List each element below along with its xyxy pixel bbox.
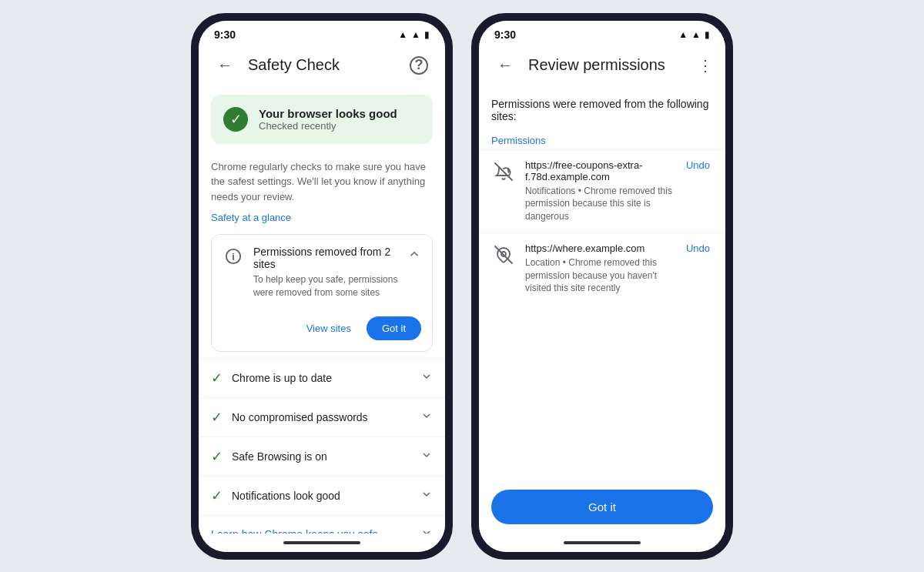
learn-more-row[interactable]: Learn how Chrome keeps you safe [199,515,445,534]
chevron-down-icon-safebrowsing [420,449,433,464]
site-url-1: https://free-coupons-extra-f.78d.example… [525,159,674,182]
got-it-button-1[interactable]: Got it [367,316,421,340]
help-button[interactable]: ? [405,52,433,79]
check-icon-safebrowsing: ✓ [211,448,223,465]
site-info-1: https://free-coupons-extra-f.78d.example… [525,159,674,223]
back-arrow-icon-2: ← [497,56,513,74]
permissions-section-label: Permissions [479,129,725,149]
phone-review-permissions: 9:30 ▲ ▲ ▮ ← Review permissions ⋮ Permis… [471,13,733,560]
status-time-1: 9:30 [214,28,236,41]
permissions-section: i Permissions removed from 2 sites To he… [211,234,433,352]
status-time-2: 9:30 [494,28,516,41]
page-title-1: Safety Check [248,56,396,74]
perm-text: Permissions removed from 2 sites To help… [253,246,398,299]
status-card: ✓ Your browser looks good Checked recent… [211,95,433,144]
back-arrow-icon: ← [217,56,233,74]
chevron-down-icon-learn [420,527,433,534]
three-dots-icon[interactable]: ⋮ [698,56,713,75]
status-icons-1: ▲ ▲ ▮ [398,29,430,40]
view-sites-button[interactable]: View sites [300,318,357,339]
home-bar-1 [199,534,445,552]
wifi-icon: ▲ [398,29,407,40]
site-item-1: https://free-coupons-extra-f.78d.example… [479,149,725,232]
check-row-safebrowsing[interactable]: ✓ Safe Browsing is on [199,437,445,476]
site-item-2: https://where.example.com Location • Chr… [479,232,725,304]
status-icons-2: ▲ ▲ ▮ [678,29,710,40]
status-heading: Your browser looks good [259,107,397,120]
status-subtext: Checked recently [259,120,397,132]
wifi-icon-2: ▲ [678,29,688,40]
undo-button-1[interactable]: Undo [683,159,713,171]
chevron-down-icon-chrome [420,370,433,386]
page-title-2: Review permissions [528,56,688,74]
site-detail-2: Location • Chrome removed this permissio… [525,256,674,295]
learn-more-link: Learn how Chrome keeps you safe [211,528,411,534]
review-description: Permissions were removed from the follow… [479,85,725,129]
phone-safety-check: 9:30 ▲ ▲ ▮ ← Safety Check ? ✓ [191,13,453,560]
site-url-2: https://where.example.com [525,243,674,254]
chevron-down-icon-notifications [420,488,433,503]
status-bar-1: 9:30 ▲ ▲ ▮ [199,21,445,45]
check-label-safebrowsing: Safe Browsing is on [232,450,411,463]
bell-off-icon [491,159,516,184]
check-icon-notifications: ✓ [211,487,223,504]
home-bar-2 [479,534,725,552]
review-header: ← Review permissions ⋮ [479,45,725,85]
status-card-text: Your browser looks good Checked recently [259,107,397,132]
undo-button-2[interactable]: Undo [683,243,713,254]
home-indicator-1 [283,541,360,544]
bottom-action: Got it [479,480,725,534]
chevron-up-icon [407,246,421,265]
check-icon-chrome: ✓ [211,370,223,386]
safety-link[interactable]: Safety at a glance [199,207,445,234]
got-it-button-2[interactable]: Got it [491,490,713,524]
perm-detail: To help keep you safe, permissions were … [253,273,398,299]
signal-icon-2: ▲ [691,29,701,40]
svg-text:i: i [232,251,235,263]
status-bar-2: 9:30 ▲ ▲ ▮ [479,21,725,45]
check-circle: ✓ [223,107,248,132]
check-row-chrome[interactable]: ✓ Chrome is up to date [199,358,445,397]
home-indicator-2 [564,541,641,544]
screen-content-1: ✓ Your browser looks good Checked recent… [199,85,445,534]
check-label-notifications: Notifications look good [232,490,411,502]
check-icon-passwords: ✓ [211,409,223,426]
back-button-2[interactable]: ← [491,52,519,79]
site-detail-1: Notifications • Chrome removed this perm… [525,185,674,223]
check-row-passwords[interactable]: ✓ No compromised passwords [199,397,445,437]
info-icon: i [223,246,244,267]
location-off-icon [491,243,516,267]
site-info-2: https://where.example.com Location • Chr… [525,243,674,295]
permissions-header: i Permissions removed from 2 sites To he… [212,235,432,310]
battery-icon-2: ▮ [705,29,710,40]
description-text: Chrome regularly checks to make sure you… [199,153,445,208]
review-screen-content: Permissions were removed from the follow… [479,85,725,480]
signal-icon: ▲ [411,29,420,40]
battery-icon: ▮ [424,29,430,40]
help-icon: ? [410,56,428,75]
app-bar-1: ← Safety Check ? [199,45,445,85]
permissions-actions: View sites Got it [212,310,432,351]
check-row-notifications[interactable]: ✓ Notifications look good [199,476,445,515]
check-label-chrome: Chrome is up to date [232,372,411,384]
perm-title: Permissions removed from 2 sites [253,246,398,270]
checkmark-icon: ✓ [230,111,242,128]
chevron-down-icon-passwords [420,410,433,425]
check-label-passwords: No compromised passwords [232,411,411,423]
back-button-1[interactable]: ← [211,52,239,79]
